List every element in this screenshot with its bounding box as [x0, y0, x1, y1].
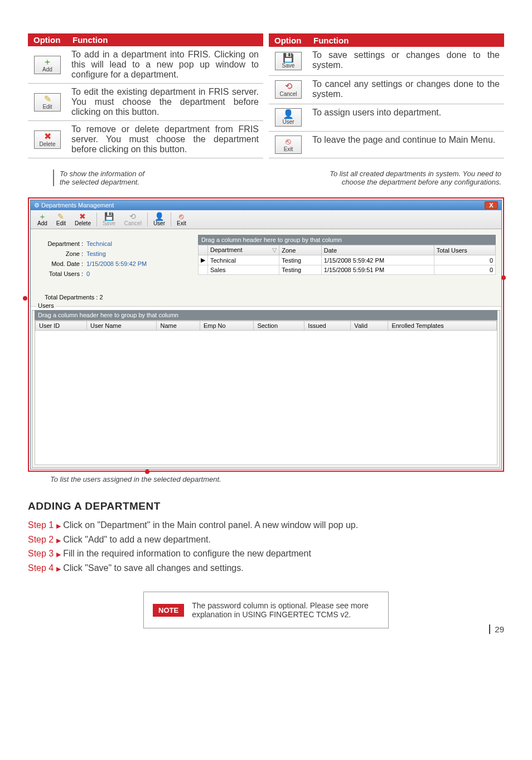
- save-button-illustration: 💾Save: [275, 52, 302, 70]
- step-4: Step 4 ▶ Click "Save" to save all change…: [28, 561, 504, 575]
- delete-button-illustration: ✖Delete: [34, 130, 61, 149]
- note-box: NOTE The password column is optional. Pl…: [143, 592, 389, 628]
- annotation-dept-list: To list all created departments in syste…: [330, 170, 501, 186]
- total-departments: Total Departments : 2: [45, 294, 190, 301]
- annotations-top: To show the information of the selected …: [28, 170, 504, 197]
- tb-save-button: 💾Save: [98, 211, 120, 227]
- page-number: 29: [489, 625, 504, 634]
- tb-delete-button[interactable]: ✖Delete: [70, 211, 95, 227]
- note-badge: NOTE: [153, 604, 184, 617]
- window-toolbar: ＋Add ✎Edit ✖Delete 💾Save ⟲Cancel 👤User ⎋…: [31, 210, 501, 229]
- col-date[interactable]: Date: [321, 245, 434, 255]
- exit-desc: To leave the page and continue to Main M…: [308, 131, 504, 158]
- close-icon[interactable]: X: [485, 201, 498, 209]
- col-userid[interactable]: User ID: [36, 321, 87, 331]
- options-table-left: Option Function ＋Add To add in a departm…: [28, 33, 263, 158]
- info-zone: Testing: [86, 250, 106, 257]
- col-name[interactable]: Name: [157, 321, 200, 331]
- step-2: Step 2 ▶ Click "Add" to add a new depart…: [28, 533, 504, 547]
- tb-exit-button[interactable]: ⎋Exit: [172, 211, 191, 227]
- col-empno[interactable]: Emp No: [200, 321, 253, 331]
- tb-edit-button[interactable]: ✎Edit: [52, 211, 70, 227]
- arrow-icon: ▶: [56, 551, 61, 558]
- arrow-icon: ▶: [56, 565, 61, 572]
- cancel-button-illustration: ⟲Cancel: [275, 80, 302, 99]
- col-zone[interactable]: Zone: [279, 245, 322, 255]
- col-issued[interactable]: Issued: [304, 321, 351, 331]
- screenshot-frame: ⚙ Departments Management X ＋Add ✎Edit ✖D…: [28, 197, 504, 472]
- steps-list: Step 1 ▶ Click on "Department" in the Ma…: [28, 518, 504, 575]
- col-option: Option: [28, 33, 67, 46]
- delete-desc: To remove or delete department from FRIS…: [67, 121, 263, 158]
- option-tables-row: Option Function ＋Add To add in a departm…: [28, 33, 504, 158]
- users-fieldset: Users Drag a column header here to group…: [32, 307, 500, 468]
- group-header[interactable]: Drag a column header here to group by th…: [198, 235, 496, 245]
- table-row[interactable]: ▶ Technical Testing 1/15/2008 5:59:42 PM…: [199, 255, 496, 265]
- tb-cancel-button: ⟲Cancel: [120, 211, 146, 227]
- info-department: Technical: [86, 240, 112, 247]
- options-table-right: Option Function 💾Save To save settings o…: [269, 33, 504, 158]
- gear-icon: ⚙: [34, 202, 40, 209]
- user-button-illustration: 👤User: [275, 108, 302, 127]
- table-row[interactable]: Sales Testing 1/15/2008 5:59:51 PM 0: [199, 265, 496, 275]
- col-enrolled[interactable]: Enrolled Templates: [388, 321, 497, 331]
- save-desc: To save settings or changes done to the …: [308, 47, 504, 75]
- col-totalusers[interactable]: Total Users: [434, 245, 495, 255]
- edit-desc: To edit the existing department in FRIS …: [67, 84, 263, 121]
- annotation-info-panel: To show the information of the selected …: [53, 170, 144, 186]
- departments-grid[interactable]: Department ▽ Zone Date Total Users ▶ Tec…: [198, 245, 496, 275]
- users-legend: Users: [36, 302, 56, 309]
- col-valid[interactable]: Valid: [351, 321, 388, 331]
- col-username[interactable]: User Name: [86, 321, 157, 331]
- arrow-icon: ▶: [56, 522, 61, 529]
- col-function: Function: [308, 33, 504, 47]
- users-group-header[interactable]: Drag a column header here to group by th…: [35, 310, 497, 320]
- exit-button-illustration: ⎋Exit: [275, 135, 302, 154]
- annotation-users-list: To list the users assigned in the select…: [50, 475, 504, 483]
- user-desc: To assign users into department.: [308, 104, 504, 131]
- note-text: The password column is optional. Please …: [192, 601, 379, 619]
- tb-add-button[interactable]: ＋Add: [33, 211, 52, 227]
- col-section[interactable]: Section: [254, 321, 304, 331]
- col-option: Option: [269, 33, 308, 47]
- section-heading: ADDING A DEPARTMENT: [28, 500, 504, 512]
- step-3: Step 3 ▶ Fill in the required informatio…: [28, 546, 504, 561]
- users-grid[interactable]: User ID User Name Name Emp No Section Is…: [35, 321, 497, 331]
- col-department[interactable]: Department ▽: [208, 245, 279, 255]
- col-function: Function: [67, 33, 263, 46]
- cancel-desc: To cancel any settings or changes done t…: [308, 75, 504, 104]
- step-1: Step 1 ▶ Click on "Department" in the Ma…: [28, 518, 504, 533]
- add-desc: To add in a department into FRIS. Clicki…: [67, 46, 263, 84]
- arrow-icon: ▶: [56, 537, 61, 544]
- window-titlebar[interactable]: ⚙ Departments Management X: [31, 200, 501, 210]
- info-mod-date: 1/15/2008 5:59:42 PM: [86, 260, 147, 267]
- info-total-users: 0: [86, 270, 90, 277]
- window-title: Departments Management: [41, 202, 114, 209]
- add-button-illustration: ＋Add: [34, 56, 61, 74]
- department-info-panel: Department :Technical Zone :Testing Mod.…: [31, 229, 198, 306]
- edit-button-illustration: ✎Edit: [34, 93, 61, 112]
- department-list-panel: Drag a column header here to group by th…: [198, 229, 501, 306]
- departments-window: ⚙ Departments Management X ＋Add ✎Edit ✖D…: [30, 200, 502, 469]
- tb-user-button[interactable]: 👤User: [149, 211, 170, 227]
